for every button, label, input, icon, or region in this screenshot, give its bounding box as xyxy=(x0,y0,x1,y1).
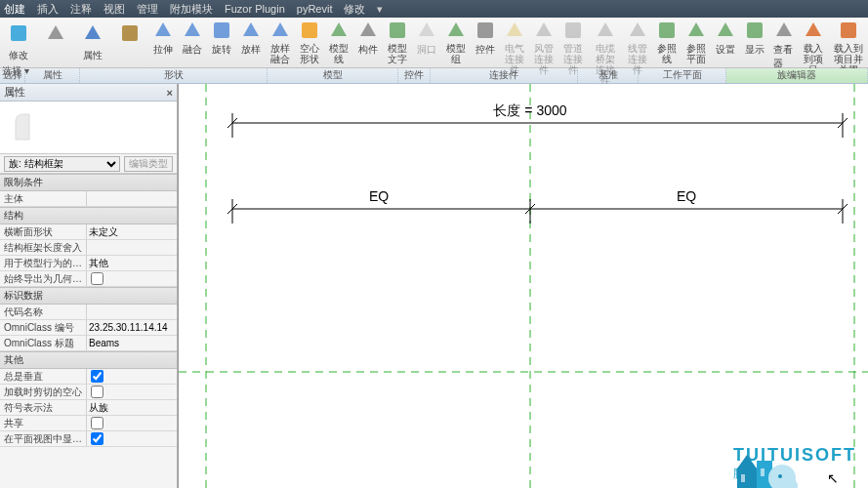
ribbon-button[interactable]: 模型文字 xyxy=(383,18,412,67)
property-row: 结构框架长度舍入 xyxy=(0,240,177,256)
ribbon-button[interactable]: 拉伸 xyxy=(148,18,178,67)
property-row: 始终导出为几何图形 xyxy=(0,271,177,287)
menu-item[interactable]: 修改 xyxy=(344,2,365,17)
property-value[interactable] xyxy=(86,240,177,255)
property-input[interactable] xyxy=(89,257,177,270)
edit-type-button[interactable]: 编辑类型 xyxy=(124,156,173,172)
ribbon-button[interactable]: 构件 xyxy=(353,18,383,67)
ribbon-button-label: 构件 xyxy=(358,43,378,57)
property-checkbox[interactable] xyxy=(91,386,103,398)
property-value[interactable] xyxy=(86,256,177,270)
ribbon-button[interactable]: 模型线 xyxy=(324,18,353,67)
property-input[interactable] xyxy=(89,337,177,350)
menu-item[interactable]: pyRevit xyxy=(297,3,333,15)
ribbon-button[interactable]: 参照平面 xyxy=(682,18,711,67)
svg-rect-1 xyxy=(122,25,138,41)
menu-item[interactable]: 管理 xyxy=(137,2,158,17)
ribbon-button-label: 洞口 xyxy=(417,43,436,57)
property-checkbox[interactable] xyxy=(91,417,103,429)
ribbon-group-label: 控件 xyxy=(398,68,431,83)
svg-rect-30 xyxy=(761,468,765,476)
svg-rect-8 xyxy=(747,22,763,38)
ribbon-button[interactable]: 载入到项目 xyxy=(799,18,828,67)
drawing-canvas[interactable]: 长度 = 3000 EQ EQ xyxy=(178,84,868,488)
ribbon-button[interactable]: 放样 xyxy=(236,18,266,67)
ribbon-button[interactable]: 设置 xyxy=(711,18,740,67)
ribbon-button-label: 电缆桥架连接件 xyxy=(592,43,619,86)
ribbon-button[interactable]: 融合 xyxy=(178,18,207,67)
menu-item[interactable]: Fuzor Plugin xyxy=(225,3,285,15)
select-dropdown[interactable]: 选择 ▾ xyxy=(2,64,29,78)
ribbon-button[interactable]: 载入到项目并关闭 xyxy=(828,18,868,67)
property-value[interactable] xyxy=(86,400,177,415)
property-row: 代码名称 xyxy=(0,305,177,320)
ribbon-button[interactable]: 放样融合 xyxy=(266,18,295,67)
property-section-header[interactable]: 标识数据 xyxy=(0,287,177,305)
property-section-header[interactable]: 限制条件 xyxy=(0,174,177,191)
ribbon-button-label: 修改 xyxy=(9,49,28,62)
property-value[interactable] xyxy=(86,369,177,384)
property-input[interactable] xyxy=(89,321,177,335)
menu-item[interactable]: 视图 xyxy=(103,2,125,17)
property-value[interactable] xyxy=(86,385,177,399)
property-input[interactable] xyxy=(89,305,177,319)
ribbon-button-label: 设置 xyxy=(716,43,735,57)
dimension-label[interactable]: 长度 = 3000 xyxy=(493,102,566,118)
property-value[interactable] xyxy=(86,271,177,286)
ribbon-button: 电气连接件 xyxy=(500,18,529,67)
property-section-header[interactable]: 结构 xyxy=(0,207,177,224)
property-input[interactable] xyxy=(89,192,177,206)
property-checkbox[interactable] xyxy=(91,432,103,445)
eq-label-2[interactable]: EQ xyxy=(677,188,696,204)
property-row: 总是垂直 xyxy=(0,369,177,385)
ribbon-button[interactable]: 控件 xyxy=(471,18,500,67)
ribbon-group-label: 模型 xyxy=(268,68,398,83)
svg-rect-5 xyxy=(477,22,493,38)
ribbon-button[interactable] xyxy=(37,18,74,67)
ribbon-button[interactable]: 参照线 xyxy=(652,18,682,67)
ribbon-button-label: 空心形状 xyxy=(299,43,320,64)
property-input[interactable] xyxy=(89,401,177,415)
ribbon-button: 管道连接件 xyxy=(558,18,588,67)
ribbon-button[interactable]: 修改 xyxy=(0,18,37,67)
property-input[interactable] xyxy=(89,225,177,239)
svg-rect-0 xyxy=(11,25,26,41)
svg-rect-9 xyxy=(841,22,856,38)
ribbon: 修改属性拉伸融合旋转放样放样融合空心形状模型线构件模型文字洞口模型组控件电气连接… xyxy=(0,18,868,68)
ribbon-button-label: 参照平面 xyxy=(685,43,707,64)
property-input[interactable] xyxy=(89,241,177,255)
ribbon-button-label: 显示 xyxy=(745,43,765,57)
property-value[interactable] xyxy=(86,336,177,350)
property-value[interactable] xyxy=(86,431,177,446)
menu-item[interactable]: 插入 xyxy=(37,2,59,17)
property-value[interactable] xyxy=(86,320,177,335)
property-value[interactable] xyxy=(86,224,177,239)
ribbon-button[interactable]: 模型组 xyxy=(441,18,471,67)
property-checkbox[interactable] xyxy=(91,272,103,285)
eq-label-1[interactable]: EQ xyxy=(369,188,389,204)
ribbon-button[interactable]: 旋转 xyxy=(207,18,236,67)
ribbon-button[interactable]: 显示 xyxy=(740,18,769,67)
type-selector-row: 族: 结构框架 编辑类型 xyxy=(0,154,177,174)
ribbon-button[interactable]: 属性 xyxy=(74,18,111,67)
menu-item[interactable]: 注释 xyxy=(70,2,92,17)
close-icon[interactable]: × xyxy=(167,87,173,99)
mouse-cursor-icon: ↖ xyxy=(827,470,839,486)
property-row: OmniClass 标题 xyxy=(0,336,177,351)
ribbon-button[interactable]: 查看器 xyxy=(769,18,799,67)
menu-item[interactable]: 附加模块 xyxy=(170,2,213,17)
property-key: 加载时剪切的空心 xyxy=(0,386,86,399)
property-value[interactable] xyxy=(86,305,177,319)
ribbon-button[interactable]: 空心形状 xyxy=(295,18,324,67)
menu-item[interactable]: 创建 xyxy=(4,2,25,17)
property-key: OmniClass 编号 xyxy=(0,321,86,335)
qa-dropdown-icon[interactable]: ▾ xyxy=(377,3,383,16)
ribbon-button-label: 模型线 xyxy=(328,43,350,64)
property-row: 主体 xyxy=(0,191,177,207)
property-section-header[interactable]: 其他 xyxy=(0,351,177,369)
property-value[interactable] xyxy=(86,416,177,430)
type-selector[interactable]: 族: 结构框架 xyxy=(4,156,120,172)
ribbon-button[interactable] xyxy=(111,18,148,67)
property-checkbox[interactable] xyxy=(91,370,103,383)
property-value[interactable] xyxy=(86,191,177,206)
